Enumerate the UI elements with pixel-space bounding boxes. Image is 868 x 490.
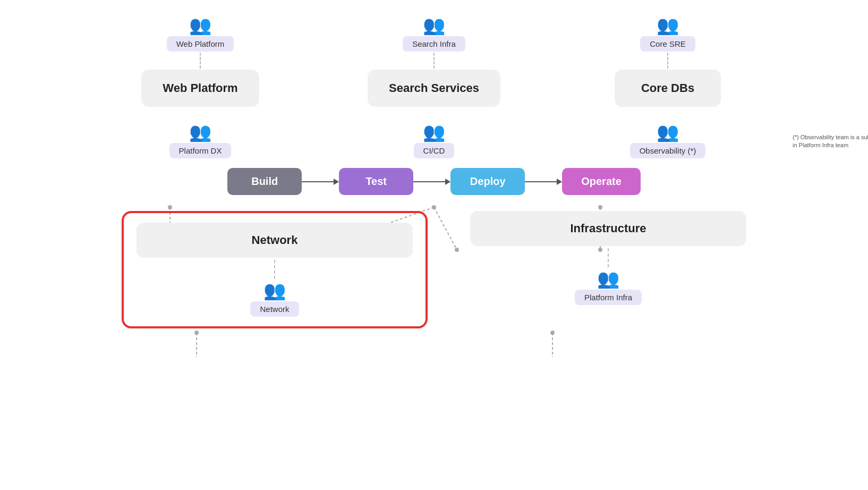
dotted-line-2	[433, 53, 435, 69]
network-service-box: Network	[137, 223, 413, 258]
network-team-label: Network	[250, 301, 299, 317]
core-sre-team-label: Core SRE	[640, 36, 695, 52]
infrastructure-block: Infrastructure 👥 Platform Infra	[470, 211, 746, 328]
arrow-build-test	[302, 179, 339, 185]
platform-dx-team-label: Platform DX	[169, 143, 232, 158]
search-services-column: 👥 Search Infra Search Services	[312, 16, 556, 107]
core-dbs-service: Core DBs	[615, 70, 721, 107]
platform-dx-team-icon: 👥	[189, 123, 211, 141]
observability-team-label: Observability (*)	[630, 143, 706, 158]
deploy-stage: Deploy	[450, 168, 525, 195]
diagram-container: 👥 Web Platform Web Platform 👥 Search Inf…	[0, 0, 868, 490]
cicd-team-label: CI/CD	[414, 143, 455, 158]
search-infra-team-label: Search Infra	[403, 36, 465, 52]
observability-team-icon: 👥	[657, 123, 679, 141]
dotted-line-1	[200, 53, 201, 69]
infra-dotted-line	[608, 248, 609, 267]
core-dbs-column: 👥 Core SRE Core DBs	[556, 16, 779, 107]
test-stage: Test	[339, 168, 413, 195]
web-platform-column: 👥 Web Platform Web Platform	[89, 16, 312, 107]
web-platform-team-label: Web Platform	[167, 36, 234, 52]
platform-dx-column: 👥 Platform DX	[89, 123, 312, 158]
web-platform-service: Web Platform	[141, 70, 259, 107]
bottom-row: Network 👥 Network Infrastructure 👥 Platf…	[32, 211, 836, 328]
infrastructure-service-box: Infrastructure	[470, 211, 746, 246]
cicd-column: 👥 CI/CD	[312, 123, 556, 158]
arrow-deploy-operate	[525, 179, 562, 185]
network-team-icon: 👥	[263, 281, 286, 299]
platform-infra-team-icon: 👥	[597, 269, 619, 288]
network-highlight-border: Network 👥 Network	[122, 211, 428, 328]
pipeline-row: Build Test Deploy Operate	[32, 168, 836, 195]
core-sre-team-icon: 👥	[657, 16, 679, 34]
platform-infra-team-label: Platform Infra	[575, 290, 642, 305]
search-infra-team-icon: 👥	[423, 16, 445, 34]
cicd-team-icon: 👥	[423, 123, 445, 141]
dotted-line-3	[667, 53, 668, 69]
observability-note: (*) Observability team is a sub team in …	[793, 133, 868, 150]
search-services-service: Search Services	[368, 70, 500, 107]
arrow-test-deploy	[413, 179, 450, 185]
web-platform-team-icon: 👥	[189, 16, 211, 34]
operate-stage: Operate	[562, 168, 641, 195]
network-dotted-line	[274, 260, 275, 279]
build-stage: Build	[227, 168, 302, 195]
observability-column: 👥 Observability (*) (*) Observability te…	[556, 123, 779, 158]
